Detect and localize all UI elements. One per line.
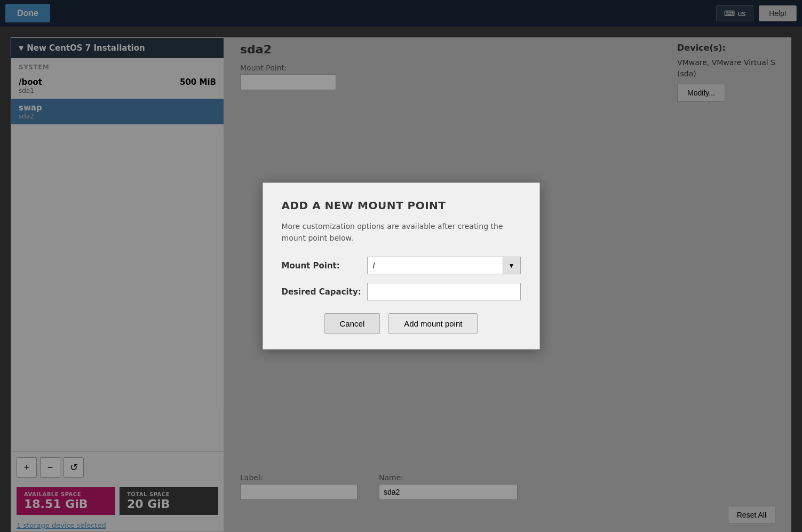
dialog-capacity-input[interactable] [367,283,521,300]
mount-point-dropdown-button[interactable]: ▼ [503,257,521,274]
dialog-buttons: Cancel Add mount point [282,313,521,334]
dialog-capacity-row: Desired Capacity: [282,283,521,300]
dialog-capacity-label: Desired Capacity: [282,287,367,297]
dialog-mount-point-label: Mount Point: [282,261,367,271]
dialog-capacity-input-wrap [367,283,521,300]
add-mount-point-button[interactable]: Add mount point [388,313,478,334]
add-mount-point-dialog: ADD A NEW MOUNT POINT More customization… [263,182,540,350]
dialog-title: ADD A NEW MOUNT POINT [282,199,521,212]
dialog-mount-point-row: Mount Point: ▼ [282,257,521,274]
cancel-button[interactable]: Cancel [324,313,380,334]
dialog-description: More customization options are available… [282,220,521,244]
dialog-mount-point-input[interactable] [367,257,503,274]
dialog-mount-point-input-wrap: ▼ [367,257,521,274]
modal-overlay: ADD A NEW MOUNT POINT More customization… [0,0,802,532]
chevron-down-icon: ▼ [509,262,515,269]
